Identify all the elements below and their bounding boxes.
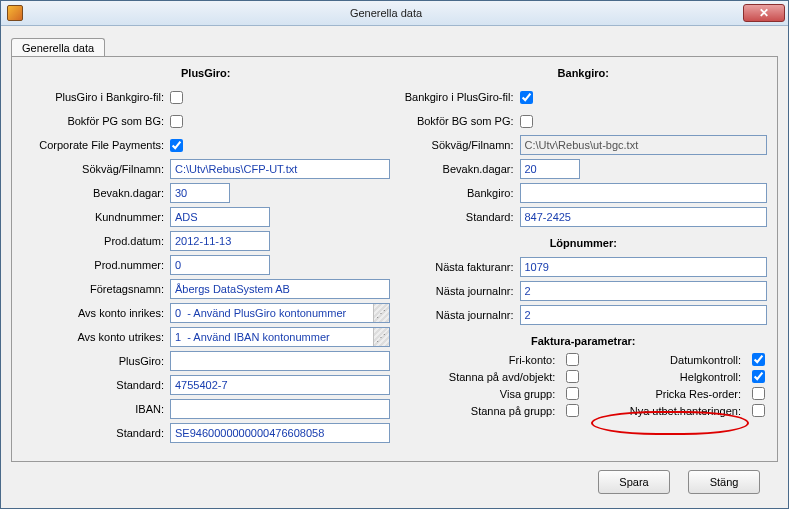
lbl-pg-sokvag: Sökväg/Filnamn: <box>22 163 170 175</box>
inp-bg-bevakn[interactable] <box>520 159 580 179</box>
inp-nasta-fakturanr[interactable] <box>520 257 768 277</box>
lbl-helgkontroll: Helgkontroll: <box>585 371 745 383</box>
save-button[interactable]: Spara <box>598 470 670 494</box>
lbl-nasta-journalnr1: Nästa journalnr: <box>400 285 520 297</box>
chk-corp-file-payments[interactable] <box>170 139 183 152</box>
inp-iban[interactable] <box>170 399 390 419</box>
tab-generella-data[interactable]: Generella data <box>11 38 105 57</box>
inp-prod-datum[interactable] <box>170 231 270 251</box>
lbl-fri-konto: Fri-konto: <box>400 354 560 366</box>
titlebar: Generella data ✕ <box>1 1 788 26</box>
lbl-pg-standard: Standard: <box>22 379 170 391</box>
chevron-down-icon[interactable]: ⋰ <box>373 304 389 322</box>
chk-visa-grupp[interactable] <box>566 387 579 400</box>
lbl-foretagsnamn: Företagsnamn: <box>22 283 170 295</box>
chk-fri-konto[interactable] <box>566 353 579 366</box>
chk-stanna-grupp[interactable] <box>566 404 579 417</box>
lbl-nasta-fakturanr: Nästa fakturanr: <box>400 261 520 273</box>
app-icon <box>7 5 23 21</box>
lbl-bg-standard: Standard: <box>400 211 520 223</box>
lbl-bankgiro: Bankgiro: <box>400 187 520 199</box>
lbl-pg-standard2: Standard: <box>22 427 170 439</box>
chk-bokfor-bg-som-pg[interactable] <box>520 115 533 128</box>
chk-datumkontroll[interactable] <box>752 353 765 366</box>
lbl-iban: IBAN: <box>22 403 170 415</box>
chk-bokfor-pg-som-bg[interactable] <box>170 115 183 128</box>
lbl-avs-utrikes: Avs konto utrikes: <box>22 331 170 343</box>
chk-pg-i-bg-fil[interactable] <box>170 91 183 104</box>
inp-pg-standard2[interactable] <box>170 423 390 443</box>
lbl-bg-i-pg-fil: Bankgiro i PlusGiro-fil: <box>400 91 520 103</box>
lbl-bg-sokvag: Sökväg/Filnamn: <box>400 139 520 151</box>
chevron-down-icon[interactable]: ⋰ <box>373 328 389 346</box>
bankgiro-column: Bankgiro: Bankgiro i PlusGiro-fil: Bokfö… <box>400 65 768 445</box>
tab-content: PlusGiro: PlusGiro i Bankgiro-fil: Bokfö… <box>11 56 778 462</box>
inp-plusgiro[interactable] <box>170 351 390 371</box>
inp-prod-nummer[interactable] <box>170 255 270 275</box>
lbl-prod-nummer: Prod.nummer: <box>22 259 170 271</box>
chk-pricka-resorder[interactable] <box>752 387 765 400</box>
plusgiro-header: PlusGiro: <box>22 67 390 79</box>
lbl-bokfor-pg-som-bg: Bokför PG som BG: <box>22 115 170 127</box>
inp-bankgiro[interactable] <box>520 183 768 203</box>
inp-foretagsnamn[interactable] <box>170 279 390 299</box>
plusgiro-column: PlusGiro: PlusGiro i Bankgiro-fil: Bokfö… <box>22 65 390 445</box>
inp-kundnummer[interactable] <box>170 207 270 227</box>
lbl-pricka-resorder: Pricka Res-order: <box>585 388 745 400</box>
window: Generella data ✕ Generella data PlusGiro… <box>0 0 789 509</box>
inp-nasta-journalnr1[interactable] <box>520 281 768 301</box>
bankgiro-header: Bankgiro: <box>400 67 768 79</box>
inp-pg-sokvag[interactable] <box>170 159 390 179</box>
lbl-bokfor-bg-som-pg: Bokför BG som PG: <box>400 115 520 127</box>
cmb-avs-utrikes[interactable] <box>170 327 390 347</box>
tab-strip: Generella data <box>11 34 778 56</box>
lbl-bg-bevakn: Bevakn.dagar: <box>400 163 520 175</box>
lbl-visa-grupp: Visa grupp: <box>400 388 560 400</box>
close-window-button[interactable]: Stäng <box>688 470 760 494</box>
lbl-avs-inrikes: Avs konto inrikes: <box>22 307 170 319</box>
chk-helgkontroll[interactable] <box>752 370 765 383</box>
close-button[interactable]: ✕ <box>743 4 785 22</box>
lbl-stanna-avd: Stanna på avd/objekt: <box>400 371 560 383</box>
chk-bg-i-pg-fil[interactable] <box>520 91 533 104</box>
lbl-nasta-journalnr2: Nästa journalnr: <box>400 309 520 321</box>
tab-label: Generella data <box>22 42 94 54</box>
cmb-avs-inrikes[interactable] <box>170 303 390 323</box>
lbl-stanna-grupp: Stanna på grupp: <box>400 405 560 417</box>
inp-bg-standard[interactable] <box>520 207 768 227</box>
client-area: Generella data PlusGiro: PlusGiro i Bank… <box>1 26 788 508</box>
lbl-corp-file-payments: Corporate File Payments: <box>22 139 170 151</box>
bottom-bar: Spara Stäng <box>11 462 778 502</box>
chk-stanna-avd[interactable] <box>566 370 579 383</box>
lbl-kundnummer: Kundnummer: <box>22 211 170 223</box>
lbl-pg-bevakn: Bevakn.dagar: <box>22 187 170 199</box>
close-icon: ✕ <box>759 6 769 20</box>
faktura-grid: Fri-konto: Datumkontroll: Stanna på avd/… <box>400 353 768 417</box>
lbl-datumkontroll: Datumkontroll: <box>585 354 745 366</box>
lbl-prod-datum: Prod.datum: <box>22 235 170 247</box>
inp-pg-standard[interactable] <box>170 375 390 395</box>
lbl-nya-utbet: Nya utbet.hanteringen: <box>585 405 745 417</box>
chk-nya-utbet[interactable] <box>752 404 765 417</box>
lopnummer-header: Löpnummer: <box>400 237 768 249</box>
inp-pg-bevakn[interactable] <box>170 183 230 203</box>
lbl-pg-i-bg-fil: PlusGiro i Bankgiro-fil: <box>22 91 170 103</box>
faktura-header: Faktura-parametrar: <box>400 335 768 347</box>
window-title: Generella data <box>29 7 743 19</box>
inp-bg-sokvag <box>520 135 768 155</box>
lbl-plusgiro: PlusGiro: <box>22 355 170 367</box>
inp-nasta-journalnr2[interactable] <box>520 305 768 325</box>
